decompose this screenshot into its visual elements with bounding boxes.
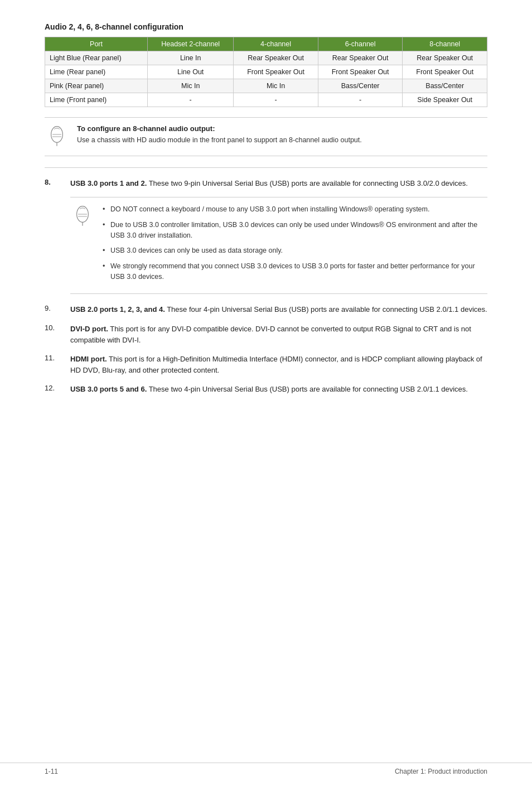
item-10-text: This port is for any DVI-D compatible de… <box>70 325 471 344</box>
audio-config-table: Port Headset 2-channel 4-channel 6-chann… <box>45 37 487 107</box>
footer: 1-11 Chapter 1: Product introduction <box>0 763 532 775</box>
item-8-num: 8. <box>45 178 70 186</box>
col-header-headset: Headset 2-channel <box>148 37 234 51</box>
usb-bullet-list: DO NOT connect a keyboard / mouse to any… <box>103 204 487 287</box>
table-cell: Rear Speaker Out <box>234 51 318 65</box>
table-cell: Bass/Center <box>318 79 403 93</box>
table-cell: - <box>234 93 318 107</box>
item-11-text: This port is for a High-Definition Multi… <box>70 355 482 374</box>
table-cell: Front Speaker Out <box>403 65 487 79</box>
item-8: 8. USB 3.0 ports 1 and 2. These two 9-pi… <box>45 178 487 189</box>
table-cell: Mic In <box>234 79 318 93</box>
item-10-bold: DVI-D port. <box>70 325 108 333</box>
bullet-item: We strongly recommend that you connect U… <box>103 261 487 283</box>
usb-note-pencil-icon <box>70 204 95 229</box>
table-cell: - <box>318 93 403 107</box>
table-cell: Line Out <box>148 65 234 79</box>
item-11-bold: HDMI port. <box>70 355 107 363</box>
note-body: Use a chassis with HD audio module in th… <box>77 135 362 146</box>
item-9-text: These four 4-pin Universal Serial Bus (U… <box>167 305 487 313</box>
note-title: To configure an 8-channel audio output: <box>77 124 362 133</box>
item-11-content: HDMI port. This port is for a High-Defin… <box>70 354 487 376</box>
table-cell: Side Speaker Out <box>403 93 487 107</box>
note-content: To configure an 8-channel audio output: … <box>77 124 362 146</box>
separator <box>45 167 487 168</box>
bullet-item: DO NOT connect a keyboard / mouse to any… <box>103 204 487 215</box>
table-cell: Mic In <box>148 79 234 93</box>
item-9-bold: USB 2.0 ports 1, 2, 3, and 4. <box>70 305 165 313</box>
item-12-num: 12. <box>45 384 70 392</box>
table-cell: Light Blue (Rear panel) <box>45 51 148 65</box>
col-header-6ch: 6-channel <box>318 37 403 51</box>
table-cell: - <box>148 93 234 107</box>
bullet-item: USB 3.0 devices can only be used as data… <box>103 245 487 256</box>
table-cell: Pink (Rear panel) <box>45 79 148 93</box>
table-cell: Front Speaker Out <box>318 65 403 79</box>
item-12-text: These two 4-pin Universal Serial Bus (US… <box>149 385 468 393</box>
note-8channel: To configure an 8-channel audio output: … <box>45 117 487 156</box>
item-10: 10. DVI-D port. This port is for any DVI… <box>45 324 487 346</box>
footer-right: Chapter 1: Product introduction <box>395 768 487 775</box>
item-12-content: USB 3.0 ports 5 and 6. These two 4-pin U… <box>70 384 487 395</box>
item-9-content: USB 2.0 ports 1, 2, 3, and 4. These four… <box>70 304 487 315</box>
table-cell: Rear Speaker Out <box>403 51 487 65</box>
note-pencil-icon <box>45 124 69 149</box>
item-9: 9. USB 2.0 ports 1, 2, 3, and 4. These f… <box>45 304 487 315</box>
item-8-bold: USB 3.0 ports 1 and 2. <box>70 179 147 187</box>
item-11: 11. HDMI port. This port is for a High-D… <box>45 354 487 376</box>
col-header-4ch: 4-channel <box>234 37 318 51</box>
item-8-content: USB 3.0 ports 1 and 2. These two 9-pin U… <box>70 178 487 189</box>
table-cell: Lime (Front panel) <box>45 93 148 107</box>
table-cell: Bass/Center <box>403 79 487 93</box>
table-cell: Lime (Rear panel) <box>45 65 148 79</box>
table-cell: Line In <box>148 51 234 65</box>
usb-note-box: DO NOT connect a keyboard / mouse to any… <box>70 197 487 294</box>
item-11-num: 11. <box>45 354 70 362</box>
col-header-port: Port <box>45 37 148 51</box>
table-cell: Rear Speaker Out <box>318 51 403 65</box>
col-header-8ch: 8-channel <box>403 37 487 51</box>
item-12-bold: USB 3.0 ports 5 and 6. <box>70 385 147 393</box>
item-10-content: DVI-D port. This port is for any DVI-D c… <box>70 324 487 346</box>
item-12: 12. USB 3.0 ports 5 and 6. These two 4-p… <box>45 384 487 395</box>
bullet-item: Due to USB 3.0 controller limitation, US… <box>103 220 487 242</box>
item-10-num: 10. <box>45 324 70 332</box>
item-8-text: These two 9-pin Universal Serial Bus (US… <box>149 179 468 187</box>
section-title: Audio 2, 4, 6, 8-channel configuration <box>45 22 487 31</box>
footer-left: 1-11 <box>45 768 58 775</box>
item-9-num: 9. <box>45 304 70 312</box>
table-cell: Front Speaker Out <box>234 65 318 79</box>
